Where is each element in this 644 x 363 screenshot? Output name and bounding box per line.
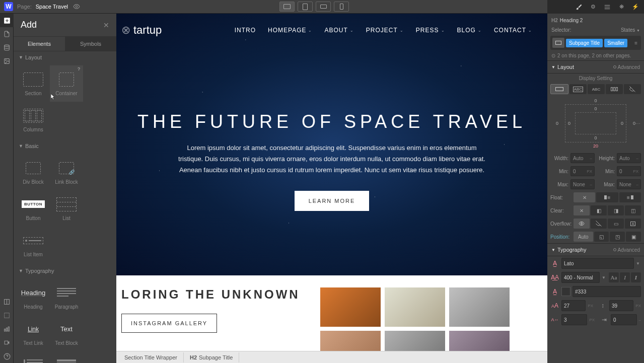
el-heading[interactable]: Heading Heading xyxy=(17,279,50,315)
learn-more-button[interactable]: LEARN MORE xyxy=(295,191,370,211)
overflow-visible[interactable] xyxy=(574,219,590,229)
height-input[interactable]: Auto– xyxy=(617,153,641,163)
selector-menu[interactable]: ≡ xyxy=(633,40,639,46)
display-inline-block[interactable]: ABC xyxy=(569,84,587,94)
display-block[interactable] xyxy=(550,84,568,94)
el-list[interactable]: List xyxy=(50,190,83,227)
nav-contact[interactable]: CONTACT⌄ xyxy=(494,27,532,34)
states-dropdown[interactable]: States ▼ xyxy=(621,27,640,33)
site-logo[interactable]: ⊗tartup xyxy=(121,24,162,37)
instagram-button[interactable]: INSTAGRAM GALLERY xyxy=(121,314,217,333)
maxh-input[interactable]: None– xyxy=(617,179,641,189)
nav-blog[interactable]: BLOG⌄ xyxy=(457,27,482,34)
gallery-img[interactable] xyxy=(320,287,381,327)
el-divblock[interactable]: Div Block xyxy=(17,154,50,190)
tab-elements[interactable]: Elements xyxy=(14,37,65,51)
width-input[interactable]: Auto– xyxy=(570,153,595,163)
cat-basic[interactable]: ▼Basic xyxy=(14,140,116,152)
overflow-scroll[interactable]: ▭ xyxy=(608,219,624,229)
clear-both[interactable]: ◫ xyxy=(625,205,641,215)
box-model-more[interactable]: ⋯ xyxy=(635,121,640,126)
guides-tool[interactable] xyxy=(0,309,14,322)
overflow-hidden[interactable] xyxy=(591,219,607,229)
overflow-auto[interactable]: A xyxy=(625,219,641,229)
cms-tool[interactable] xyxy=(0,41,14,54)
pages-tool[interactable] xyxy=(0,27,14,41)
el-textlink[interactable]: Link Text Link xyxy=(17,315,50,351)
nav-about[interactable]: ABOUT⌄ xyxy=(324,27,353,34)
breadcrumb-item[interactable]: H2Subpage Title xyxy=(184,352,239,362)
float-left[interactable]: ≡ xyxy=(596,192,618,202)
hero-title[interactable]: THE FUTURE OF SPACE TRAVEL xyxy=(137,111,526,132)
el-richtext[interactable]: Rich Text xyxy=(50,351,83,363)
interactions-icon[interactable]: ⚡ xyxy=(631,3,640,12)
font-italic2[interactable]: I xyxy=(631,272,641,282)
display-flex[interactable] xyxy=(606,84,623,94)
position-auto[interactable]: Auto xyxy=(574,232,593,242)
cat-typography[interactable]: ▼Typography xyxy=(14,265,116,277)
font-family-select[interactable]: Lato xyxy=(561,258,634,269)
nav-press[interactable]: PRESS⌄ xyxy=(416,27,445,34)
class-tag[interactable]: Smaller xyxy=(604,39,627,47)
tab-symbols[interactable]: Symbols xyxy=(65,37,116,51)
navigator-icon[interactable] xyxy=(603,3,612,12)
el-listitem[interactable]: List Item xyxy=(17,227,50,263)
el-container[interactable]: ? Container xyxy=(50,65,83,102)
selector-tags[interactable]: Subpage Title Smaller ≡ xyxy=(550,36,641,50)
layout-section-header[interactable]: ▼Layout Advanced xyxy=(547,60,644,74)
el-blockquote[interactable]: Block Quote xyxy=(17,351,50,363)
gallery-img[interactable] xyxy=(385,287,445,327)
font-color-input[interactable]: #333 xyxy=(573,286,641,297)
settings-icon[interactable]: ⚙ xyxy=(589,3,598,12)
font-italic[interactable]: I xyxy=(620,272,630,282)
section-two[interactable]: LORING THE UNKNOWN INSTAGRAM GALLERY xyxy=(116,275,547,363)
audit-tool[interactable] xyxy=(0,322,14,336)
hero-section[interactable]: ⊗tartup INTRO HOMEPAGE⌄ ABOUT⌄ PROJECT⌄ … xyxy=(116,14,547,275)
minh-input[interactable]: 0PX xyxy=(617,166,641,176)
font-regular[interactable]: Aa xyxy=(609,272,619,282)
advanced-toggle[interactable]: Advanced xyxy=(613,64,640,70)
el-paragraph[interactable]: Paragraph xyxy=(50,279,83,315)
el-linkblock[interactable]: 🔗 Link Block xyxy=(50,154,83,190)
brush-icon[interactable] xyxy=(575,3,584,12)
close-icon[interactable]: ✕ xyxy=(103,21,109,29)
el-section[interactable]: Section xyxy=(17,65,50,102)
device-phone[interactable] xyxy=(334,2,349,12)
color-swatch[interactable] xyxy=(561,287,570,296)
preview-icon[interactable] xyxy=(72,2,81,11)
find-tool[interactable] xyxy=(0,295,14,309)
canvas[interactable]: ⊗tartup INTRO HOMEPAGE⌄ ABOUT⌄ PROJECT⌄ … xyxy=(116,14,547,363)
clear-none[interactable]: ✕ xyxy=(574,205,590,215)
nav-homepage[interactable]: HOMEPAGE⌄ xyxy=(268,27,312,34)
nav-project[interactable]: PROJECT⌄ xyxy=(366,27,404,34)
device-desktop[interactable] xyxy=(279,2,295,12)
font-weight-select[interactable]: 400 - Normal xyxy=(561,272,600,283)
styles-icon[interactable]: ❋ xyxy=(617,3,626,12)
minw-input[interactable]: 0PX xyxy=(570,166,595,176)
breakpoint-icon[interactable] xyxy=(552,38,564,48)
class-tag[interactable]: Subpage Title xyxy=(566,39,603,47)
display-inline[interactable]: ABC xyxy=(588,84,605,94)
device-landscape[interactable] xyxy=(316,2,331,12)
gallery-img[interactable] xyxy=(449,287,510,327)
line-height-input[interactable]: 39 xyxy=(609,300,633,311)
cat-layout[interactable]: ▼Layout xyxy=(14,51,116,63)
add-tool[interactable] xyxy=(0,14,14,27)
display-none[interactable] xyxy=(624,84,641,94)
clear-right[interactable]: ◨ xyxy=(608,205,624,215)
position-relative[interactable]: ◱ xyxy=(594,232,609,242)
el-button[interactable]: BUTTON Button xyxy=(17,190,50,227)
hero-subtitle[interactable]: Lorem ipsum dolor sit amet, consectetur … xyxy=(176,142,488,176)
clear-left[interactable]: ◧ xyxy=(591,205,607,215)
typography-section-header[interactable]: ▼Typography Advanced xyxy=(547,243,644,256)
box-model[interactable]: 0 20 0 0 0 0 0 0 ⋯ xyxy=(553,98,638,149)
indent-input[interactable]: 0 xyxy=(611,314,636,325)
advanced-toggle[interactable]: Advanced xyxy=(613,247,640,253)
el-textblock[interactable]: Text Text Block xyxy=(50,315,83,351)
maxw-input[interactable]: None– xyxy=(570,179,595,189)
device-tablet[interactable] xyxy=(298,2,313,12)
assets-tool[interactable] xyxy=(0,54,14,68)
section-two-title[interactable]: LORING THE UNKNOWN xyxy=(121,287,300,302)
position-fixed[interactable]: ▣ xyxy=(626,232,641,242)
webflow-logo[interactable]: W xyxy=(4,2,13,11)
